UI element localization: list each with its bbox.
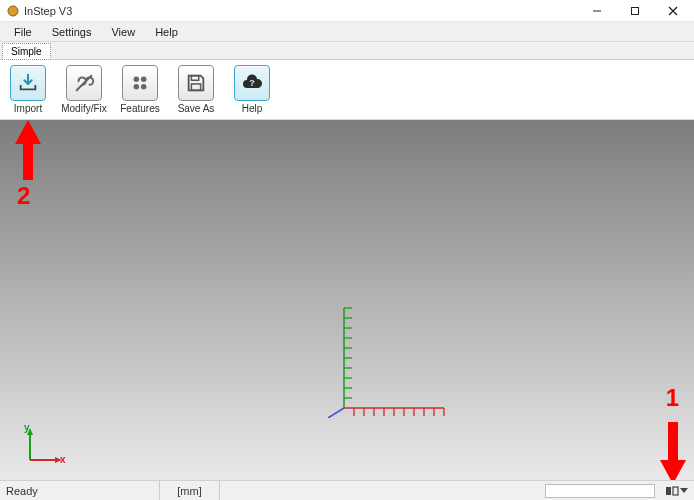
svg-point-8 xyxy=(141,84,147,90)
close-button[interactable] xyxy=(654,0,692,22)
display-mode-icon xyxy=(665,485,679,497)
svg-text:?: ? xyxy=(249,78,255,88)
svg-rect-42 xyxy=(673,487,678,495)
menu-bar: File Settings View Help xyxy=(0,22,694,42)
svg-marker-43 xyxy=(680,488,688,493)
menu-view[interactable]: View xyxy=(101,24,145,40)
svg-marker-40 xyxy=(660,422,686,480)
window-title: InStep V3 xyxy=(24,5,578,17)
modify-fix-button[interactable]: Modify/Fix xyxy=(62,65,106,114)
menu-settings[interactable]: Settings xyxy=(42,24,102,40)
svg-rect-10 xyxy=(191,84,200,90)
svg-rect-9 xyxy=(191,76,198,81)
save-as-button[interactable]: Save As xyxy=(174,65,218,114)
modify-fix-label: Modify/Fix xyxy=(61,103,107,114)
help-label: Help xyxy=(242,103,263,114)
origin-axes xyxy=(328,298,458,420)
menu-file[interactable]: File xyxy=(4,24,42,40)
import-label: Import xyxy=(14,103,42,114)
annotation-label-2: 2 xyxy=(17,182,30,210)
svg-marker-39 xyxy=(15,120,41,180)
axis-x-label: x xyxy=(60,454,66,465)
import-icon xyxy=(10,65,46,101)
chevron-down-icon xyxy=(680,488,688,494)
svg-point-0 xyxy=(8,6,18,16)
app-icon xyxy=(6,4,20,18)
viewport-3d[interactable]: y x 2 1 xyxy=(0,120,694,480)
annotation-label-1: 1 xyxy=(666,384,679,412)
menu-help[interactable]: Help xyxy=(145,24,188,40)
ribbon-tabstrip: Simple xyxy=(0,42,694,60)
features-label: Features xyxy=(120,103,159,114)
save-icon xyxy=(178,65,214,101)
annotation-arrow-1 xyxy=(658,408,688,480)
svg-point-6 xyxy=(141,77,147,83)
save-as-label: Save As xyxy=(178,103,215,114)
svg-point-7 xyxy=(134,84,140,90)
tab-simple[interactable]: Simple xyxy=(2,43,51,60)
tools-icon xyxy=(66,65,102,101)
status-bar: Ready [mm] xyxy=(0,480,694,500)
svg-rect-2 xyxy=(632,7,639,14)
annotation-arrow-2 xyxy=(13,120,43,202)
status-progress xyxy=(545,484,655,498)
help-button[interactable]: ? Help xyxy=(230,65,274,114)
features-icon xyxy=(122,65,158,101)
svg-line-34 xyxy=(328,408,344,418)
features-button[interactable]: Features xyxy=(118,65,162,114)
minimize-button[interactable] xyxy=(578,0,616,22)
import-button[interactable]: Import xyxy=(6,65,50,114)
status-display-mode-button[interactable] xyxy=(659,485,694,497)
status-units: [mm] xyxy=(160,481,220,500)
title-bar: InStep V3 xyxy=(0,0,694,22)
axis-y-label: y xyxy=(24,422,30,433)
status-ready: Ready xyxy=(0,481,160,500)
axis-indicator: y x xyxy=(22,424,66,470)
svg-point-5 xyxy=(134,77,140,83)
help-cloud-icon: ? xyxy=(234,65,270,101)
svg-rect-41 xyxy=(666,487,671,495)
toolbar: Import Modify/Fix Features Save As xyxy=(0,60,694,120)
maximize-button[interactable] xyxy=(616,0,654,22)
